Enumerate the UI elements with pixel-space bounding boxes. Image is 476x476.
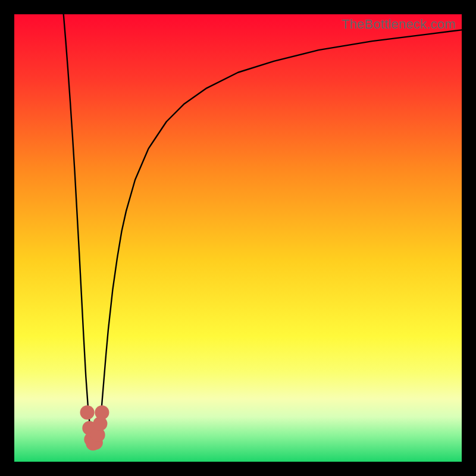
curve-marker xyxy=(80,405,95,419)
chart-svg xyxy=(14,14,462,462)
curve-marker xyxy=(95,405,109,419)
gradient-background xyxy=(14,14,462,462)
plot-area: TheBottleneck.com xyxy=(14,14,462,462)
chart-frame: TheBottleneck.com xyxy=(0,0,476,476)
